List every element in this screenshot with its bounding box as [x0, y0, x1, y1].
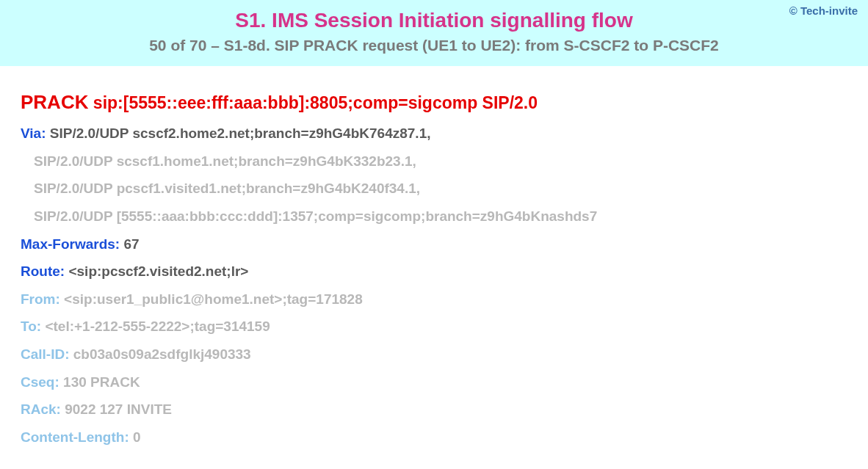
max-forwards-header: Max-Forwards: 67 — [21, 235, 847, 254]
route-header: Route: <sip:pcscf2.visited2.net;lr> — [21, 262, 847, 281]
header-band: © Tech-invite S1. IMS Session Initiation… — [0, 0, 868, 66]
header-value: 130 PRACK — [63, 374, 140, 390]
cseq-header: Cseq: 130 PRACK — [21, 373, 847, 392]
header-name: From: — [21, 291, 60, 307]
header-value: SIP/2.0/UDP scscf2.home2.net;branch=z9hG… — [50, 126, 431, 141]
header-name: Via: — [21, 126, 46, 141]
call-id-header: Call-ID: cb03a0s09a2sdfglkj490333 — [21, 345, 847, 364]
header-value: <tel:+1-212-555-2222>;tag=314159 — [45, 319, 270, 334]
header-value: 67 — [123, 236, 139, 252]
rack-header: RAck: 9022 127 INVITE — [21, 400, 847, 419]
to-header: To: <tel:+1-212-555-2222>;tag=314159 — [21, 317, 847, 336]
header-name: Cseq: — [21, 374, 59, 390]
header-name: Call-ID: — [21, 346, 70, 362]
header-value: 0 — [133, 429, 141, 445]
from-header: From: <sip:user1_public1@home1.net>;tag=… — [21, 290, 847, 309]
sip-message-body: PRACK sip:[5555::eee:fff:aaa:bbb]:8805;c… — [0, 66, 868, 469]
sip-method: PRACK — [21, 91, 88, 113]
header-name: RAck: — [21, 401, 61, 417]
via-continuation: SIP/2.0/UDP pcscf1.visited1.net;branch=z… — [21, 179, 847, 198]
header-value: 9022 127 INVITE — [65, 401, 172, 417]
via-continuation: SIP/2.0/UDP scscf1.home1.net;branch=z9hG… — [21, 152, 847, 171]
header-name: Route: — [21, 263, 65, 279]
sip-request-uri: sip:[5555::eee:fff:aaa:bbb]:8805;comp=si… — [93, 93, 538, 112]
copyright: © Tech-invite — [789, 4, 858, 17]
header-name: To: — [21, 319, 41, 334]
header-name: Content-Length: — [21, 429, 129, 445]
via-continuation: SIP/2.0/UDP [5555::aaa:bbb:ccc:ddd]:1357… — [21, 207, 847, 226]
header-value: <sip:user1_public1@home1.net>;tag=171828 — [64, 291, 363, 307]
header-name: Max-Forwards: — [21, 236, 120, 252]
page-subtitle: 50 of 70 – S1-8d. SIP PRACK request (UE1… — [15, 37, 853, 54]
header-value: cb03a0s09a2sdfglkj490333 — [73, 346, 251, 362]
via-header: Via: SIP/2.0/UDP scscf2.home2.net;branch… — [21, 124, 847, 143]
page-title: S1. IMS Session Initiation signalling fl… — [15, 9, 853, 32]
request-line: PRACK sip:[5555::eee:fff:aaa:bbb]:8805;c… — [21, 91, 847, 114]
header-value: <sip:pcscf2.visited2.net;lr> — [68, 263, 248, 279]
content-length-header: Content-Length: 0 — [21, 428, 847, 447]
